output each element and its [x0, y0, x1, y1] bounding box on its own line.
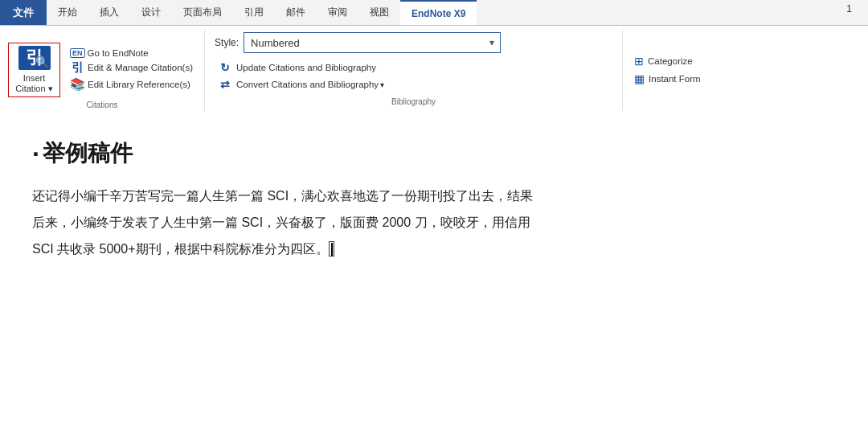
convert-citations-icon: ⇄ [218, 77, 232, 92]
insert-citation-label: Insert Citation ▾ [15, 73, 52, 94]
citations-group: 引 🔍 Insert Citation ▾ EN Go to EndNote [0, 29, 205, 111]
tab-layout[interactable]: 页面布局 [172, 0, 233, 25]
convert-citations-item[interactable]: ⇄ Convert Citations and Bibliography ▾ [215, 76, 387, 92]
citations-group-label: Citations [0, 99, 204, 111]
edit-manage-citation-item[interactable]: 引 Edit & Manage Citation(s) [67, 60, 196, 76]
document-body: 还记得小编千辛万苦写完一篇人生第一篇 SCI，满心欢喜地选了一份期刊投了出去，结… [32, 185, 836, 261]
edit-manage-citation-label: Edit & Manage Citation(s) [88, 63, 193, 72]
paragraph-1: 还记得小编千辛万苦写完一篇人生第一篇 SCI，满心欢喜地选了一份期刊投了出去，结… [32, 185, 836, 208]
categorize-icon: ⊞ [634, 55, 644, 68]
insert-citation-button[interactable]: 引 🔍 Insert Citation ▾ [8, 43, 60, 97]
tab-file[interactable]: 文件 [0, 0, 47, 25]
tab-reference[interactable]: 引用 [233, 0, 275, 25]
tab-review[interactable]: 审阅 [317, 0, 358, 25]
insert-citation-icon: 引 🔍 [18, 46, 51, 70]
tab-mail[interactable]: 邮件 [275, 0, 317, 25]
page-number: 1 [846, 3, 852, 14]
update-citations-icon: ↻ [218, 60, 232, 75]
goto-endnote-label: Go to EndNote [88, 48, 149, 58]
en-badge: EN [70, 48, 85, 58]
edit-library-ref-item[interactable]: 📚 Edit Library Reference(s) [67, 76, 196, 92]
instant-form-item[interactable]: ▦ Instant Form [631, 72, 704, 86]
tab-endnote[interactable]: EndNote X9 [400, 0, 477, 25]
library-ref-icon: 📚 [70, 77, 84, 92]
categorize-label: Categorize [648, 56, 693, 66]
paragraph-2: 后来，小编终于发表了人生中第一篇 SCI，兴奋极了，版面费 2000 刀，咬咬牙… [32, 211, 836, 235]
ribbon-content: 引 🔍 Insert Citation ▾ EN Go to EndNote [0, 26, 868, 114]
bibliography-group: Style: Numbered ↻ Update Citations and B… [205, 29, 623, 111]
instant-form-label: Instant Form [649, 74, 701, 84]
right-group: ⊞ Categorize ▦ Instant Form [623, 29, 712, 111]
tab-insert[interactable]: 插入 [88, 0, 130, 25]
goto-endnote-item[interactable]: EN Go to EndNote [67, 47, 196, 59]
instant-form-icon: ▦ [634, 72, 645, 85]
tab-start[interactable]: 开始 [47, 0, 88, 25]
tab-design[interactable]: 设计 [130, 0, 172, 25]
paragraph-3-text: SCI 共收录 5000+期刊，根据中科院标准分为四区。 [32, 242, 329, 256]
update-citations-label: Update Citations and Bibliography [236, 63, 376, 72]
style-dropdown[interactable]: Numbered [244, 32, 501, 53]
document-content: 举例稿件 还记得小编千辛万苦写完一篇人生第一篇 SCI，满心欢喜地选了一份期刊投… [0, 114, 868, 280]
bibliography-group-label: Bibliography [215, 96, 612, 108]
citations-menu-items: EN Go to EndNote 引 Edit & Manage Citatio… [67, 44, 196, 96]
edit-library-ref-label: Edit Library Reference(s) [88, 80, 190, 89]
ribbon-tabs: 文件 开始 插入 设计 页面布局 引用 邮件 审阅 视图 EndNote X9 [0, 0, 868, 26]
search-overlay-icon: 🔍 [35, 55, 49, 68]
document-title: 举例稿件 [32, 138, 836, 169]
convert-dropdown-indicator: ▾ [380, 80, 384, 89]
text-cursor [329, 241, 334, 256]
categorize-item[interactable]: ⊞ Categorize [631, 54, 704, 68]
convert-citations-label: Convert Citations and Bibliography [236, 80, 379, 89]
style-dropdown-wrapper: Numbered [244, 32, 501, 53]
style-row: Style: Numbered [215, 32, 501, 53]
edit-citation-icon: 引 [70, 60, 84, 75]
tab-view[interactable]: 视图 [358, 0, 400, 25]
paragraph-3: SCI 共收录 5000+期刊，根据中科院标准分为四区。 [32, 238, 836, 261]
style-label: Style: [215, 37, 239, 48]
bib-menu-items: ↻ Update Citations and Bibliography ⇄ Co… [215, 60, 387, 92]
update-citations-item[interactable]: ↻ Update Citations and Bibliography [215, 60, 387, 76]
